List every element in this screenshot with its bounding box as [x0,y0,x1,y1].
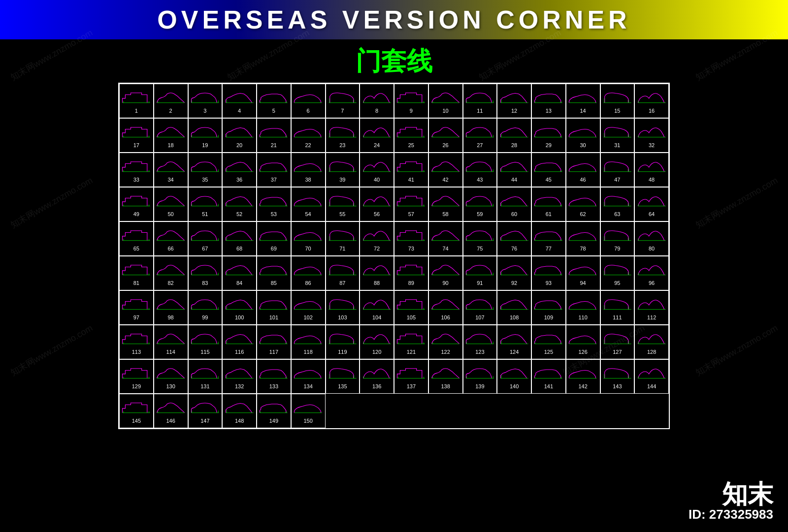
cell-number-88: 88 [374,280,380,286]
profile-shape-12 [498,88,530,107]
profile-shape-33 [120,157,153,176]
grid-cell-78: 78 [566,221,600,256]
cell-number-37: 37 [271,177,277,183]
profile-shape-59 [464,191,496,210]
grid-cell-empty-8 [600,394,635,428]
cell-number-104: 104 [372,314,381,320]
grid-cell-46: 46 [566,153,600,187]
profile-shape-103 [327,295,359,313]
cell-number-140: 140 [510,383,519,389]
grid-cell-95: 95 [600,256,635,290]
grid-cell-82: 82 [154,256,188,290]
grid-cell-124: 124 [497,325,531,359]
cell-number-18: 18 [168,142,174,148]
cell-number-123: 123 [475,349,484,355]
cell-number-17: 17 [133,142,139,148]
grid-cell-empty-6 [531,394,566,428]
profile-shape-19 [189,123,222,141]
grid-cell-10: 10 [428,84,463,118]
grid-cell-16: 16 [634,84,669,118]
cell-number-43: 43 [477,177,483,183]
cell-number-39: 39 [339,177,345,183]
cell-number-101: 101 [269,314,278,320]
profile-shape-6 [292,88,325,107]
grid-cell-97: 97 [119,290,154,325]
profile-shape-119 [327,329,359,348]
cell-number-136: 136 [372,383,381,389]
cell-number-134: 134 [303,383,312,389]
grid-cell-136: 136 [360,359,394,394]
cell-number-125: 125 [544,349,553,355]
grid-cell-empty-7 [566,394,600,428]
profile-shape-37 [258,157,290,176]
grid-cell-123: 123 [463,325,497,359]
grid-cell-127: 127 [600,325,635,359]
header-bar: OVERSEAS VERSION CORNER [0,0,788,39]
profile-shape-34 [155,157,187,176]
logo-id: ID: 273325983 [689,507,773,522]
cell-number-53: 53 [271,211,277,217]
grid-cell-64: 64 [634,187,669,221]
cell-number-85: 85 [271,280,277,286]
grid-cell-93: 93 [531,256,566,290]
grid-cell-103: 103 [326,290,360,325]
profile-shape-43 [464,157,496,176]
grid-cell-33: 33 [119,153,154,187]
profile-shape-122 [429,329,462,348]
grid-cell-19: 19 [188,118,223,153]
cell-number-54: 54 [305,211,311,217]
grid-cell-109: 109 [531,290,566,325]
cell-number-126: 126 [578,349,587,355]
profile-shape-39 [327,157,359,176]
grid-cell-17: 17 [119,118,154,153]
cell-number-95: 95 [614,280,620,286]
grid-cell-53: 53 [257,187,291,221]
grid-cell-118: 118 [291,325,326,359]
grid-cell-61: 61 [531,187,566,221]
grid-cell-65: 65 [119,221,154,256]
profile-shape-78 [567,226,599,245]
cell-number-57: 57 [408,211,414,217]
profile-shape-96 [635,260,668,279]
grid-cell-40: 40 [360,153,394,187]
cell-number-32: 32 [649,142,655,148]
cell-number-117: 117 [269,349,278,355]
cell-number-107: 107 [475,314,484,320]
cell-number-89: 89 [408,280,414,286]
profile-shape-110 [567,295,599,313]
cell-number-121: 121 [407,349,416,355]
profile-shape-41 [395,157,427,176]
profile-shape-31 [601,123,634,141]
grid-cell-35: 35 [188,153,223,187]
profile-shape-106 [429,295,462,313]
grid-cell-14: 14 [566,84,600,118]
profile-shape-139 [464,364,496,382]
cell-number-114: 114 [166,349,175,355]
grid-cell-116: 116 [222,325,257,359]
cell-number-137: 137 [407,383,416,389]
grid-cell-5: 5 [257,84,291,118]
grid-cell-54: 54 [291,187,326,221]
profile-shape-16 [635,88,668,107]
profile-shape-38 [292,157,325,176]
profile-shape-80 [635,226,668,245]
grid-cell-15: 15 [600,84,635,118]
grid-cell-85: 85 [257,256,291,290]
profile-shape-45 [532,157,565,176]
profile-shape-18 [155,123,187,141]
cell-number-93: 93 [546,280,552,286]
cell-number-61: 61 [546,211,552,217]
grid-cell-88: 88 [360,256,394,290]
cell-number-56: 56 [374,211,380,217]
cell-number-25: 25 [408,142,414,148]
profile-shape-24 [361,123,393,141]
cell-number-29: 29 [546,142,552,148]
profile-shape-70 [292,226,325,245]
profile-shape-57 [395,191,427,210]
cell-number-97: 97 [133,314,139,320]
profile-shape-83 [189,260,222,279]
cell-number-131: 131 [200,383,209,389]
cell-number-92: 92 [511,280,517,286]
grid-cell-113: 113 [119,325,154,359]
cell-number-86: 86 [305,280,311,286]
